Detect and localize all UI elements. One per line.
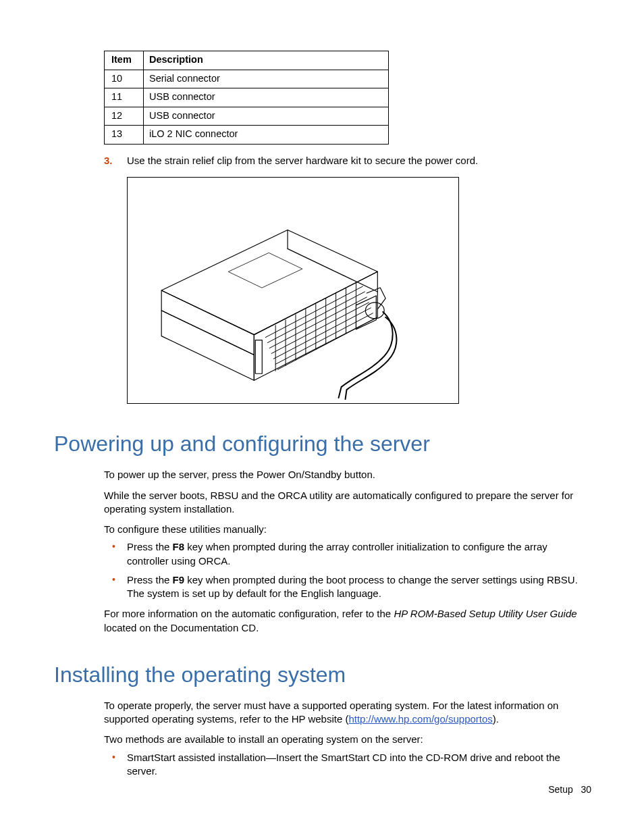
- svg-line-3: [288, 249, 377, 292]
- svg-line-6: [265, 286, 363, 338]
- footer-section: Setup: [548, 784, 573, 795]
- heading-installing-os: Installing the operating system: [54, 660, 591, 689]
- paragraph: While the server boots, RBSU and the ORC…: [104, 489, 591, 517]
- list-item: SmartStart assisted installation—Insert …: [104, 751, 591, 779]
- svg-line-9: [271, 303, 369, 354]
- key: F8: [173, 541, 185, 552]
- supportos-link[interactable]: http://www.hp.com/go/supportos: [348, 713, 492, 725]
- bullet-list: SmartStart assisted installation—Insert …: [104, 751, 591, 779]
- text: For more information on the automatic co…: [104, 608, 394, 619]
- cell-description: USB connector: [144, 107, 389, 126]
- cell-item: 11: [105, 88, 144, 107]
- cell-description: USB connector: [144, 88, 389, 107]
- table-row: 10 Serial connector: [105, 70, 389, 88]
- svg-line-11: [275, 313, 373, 365]
- table-row: 11 USB connector: [105, 88, 389, 107]
- step-number: 3.: [104, 154, 127, 167]
- table-row: 12 USB connector: [105, 107, 389, 126]
- svg-marker-1: [161, 290, 254, 355]
- cell-description: Serial connector: [144, 70, 389, 88]
- cell-item: 13: [105, 126, 144, 145]
- step-3: 3. Use the strain relief clip from the s…: [104, 154, 591, 167]
- text: key when prompted during the boot proces…: [127, 574, 578, 599]
- power-supply-icon: [128, 178, 458, 403]
- paragraph: To configure these utilities manually:: [104, 523, 591, 536]
- list-item: Press the F8 key when prompted during th…: [104, 540, 591, 568]
- step-text: Use the strain relief clip from the serv…: [127, 154, 478, 167]
- paragraph: To power up the server, press the Power …: [104, 468, 591, 481]
- paragraph: To operate properly, the server must hav…: [104, 699, 591, 727]
- text: located on the Documentation CD.: [104, 622, 259, 633]
- svg-point-24: [365, 303, 384, 319]
- table-row: 13 iLO 2 NIC connector: [105, 126, 389, 145]
- svg-marker-5: [161, 311, 254, 380]
- svg-rect-22: [255, 340, 262, 374]
- heading-powering-up: Powering up and configuring the server: [54, 429, 591, 459]
- svg-marker-0: [161, 230, 377, 335]
- cell-item: 12: [105, 107, 144, 126]
- svg-line-8: [269, 297, 367, 348]
- list-item: Press the F9 key when prompted during th…: [104, 573, 591, 601]
- text: Press the: [127, 574, 173, 585]
- bullet-list: Press the F8 key when prompted during th…: [104, 540, 591, 600]
- key: F9: [173, 574, 185, 585]
- th-description: Description: [144, 51, 389, 70]
- th-item: Item: [105, 51, 144, 70]
- text: key when prompted during the array contr…: [127, 541, 547, 566]
- power-supply-figure: [127, 177, 459, 404]
- connector-table: Item Description 10 Serial connector 11 …: [104, 51, 389, 145]
- cell-description: iLO 2 NIC connector: [144, 126, 389, 145]
- text: Press the: [127, 541, 173, 552]
- paragraph: For more information on the automatic co…: [104, 607, 591, 635]
- doc-title: HP ROM-Based Setup Utility User Guide: [394, 608, 576, 619]
- footer-page: 30: [581, 784, 591, 795]
- cell-item: 10: [105, 70, 144, 88]
- page-footer: Setup 30: [548, 783, 591, 796]
- svg-marker-25: [229, 253, 302, 288]
- text: ).: [493, 713, 499, 725]
- paragraph: Two methods are available to install an …: [104, 733, 591, 746]
